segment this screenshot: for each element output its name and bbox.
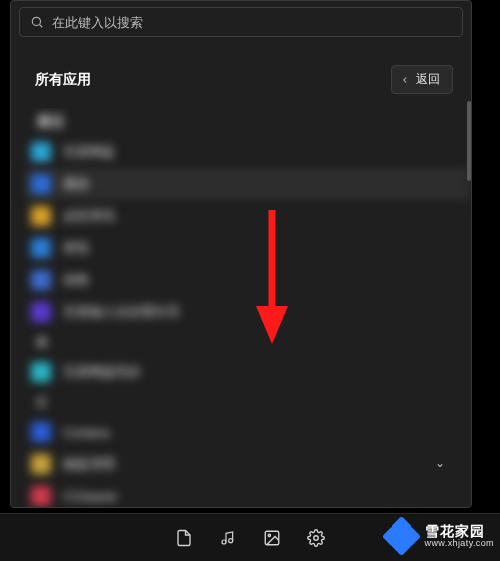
list-item[interactable]: 百度网盘同步 <box>25 356 457 388</box>
app-label: 播放 <box>63 175 89 193</box>
app-label: 百度网盘 <box>63 143 115 161</box>
app-icon <box>31 486 51 506</box>
svg-point-2 <box>222 540 226 544</box>
group-letter: C <box>29 394 47 410</box>
app-icon <box>31 302 51 322</box>
svg-point-6 <box>314 535 319 540</box>
scrollbar-thumb[interactable] <box>467 101 471 181</box>
app-icon <box>31 454 51 474</box>
back-button[interactable]: 返回 <box>391 65 453 94</box>
app-list[interactable]: 最近 百度网盘 播放 必应资讯 便笺 表格 百度输入法设置向导 B <box>11 108 471 508</box>
svg-point-3 <box>229 538 233 542</box>
svg-line-1 <box>40 25 43 28</box>
list-item[interactable]: 便笺 <box>25 232 457 264</box>
list-item[interactable]: Cortana <box>25 416 457 448</box>
search-box[interactable] <box>19 7 463 37</box>
app-icon <box>31 142 51 162</box>
group-header[interactable]: 最近 <box>25 108 457 136</box>
back-button-label: 返回 <box>416 71 440 88</box>
app-icon <box>31 206 51 226</box>
search-icon <box>30 15 44 29</box>
picture-icon[interactable] <box>262 528 282 548</box>
app-label: CCleaner <box>63 489 118 504</box>
app-label: 磁盘清理 <box>63 455 115 473</box>
app-icon <box>31 270 51 290</box>
list-item[interactable]: 播放 <box>25 168 471 200</box>
app-icon <box>31 238 51 258</box>
app-label: 便笺 <box>63 239 89 257</box>
app-icon <box>31 422 51 442</box>
svg-point-5 <box>268 534 270 536</box>
app-label: 百度输入法设置向导 <box>63 303 180 321</box>
document-icon[interactable] <box>174 528 194 548</box>
start-menu-panel: 所有应用 返回 最近 百度网盘 播放 必应资讯 便笺 表格 <box>10 0 472 508</box>
group-header[interactable]: B <box>25 328 457 356</box>
svg-point-0 <box>32 17 40 25</box>
group-header[interactable]: C <box>25 388 457 416</box>
group-letter: B <box>29 334 47 350</box>
settings-icon[interactable] <box>306 528 326 548</box>
chevron-left-icon <box>400 75 410 85</box>
app-label: 百度网盘同步 <box>63 363 141 381</box>
music-icon[interactable] <box>218 528 238 548</box>
list-item[interactable]: 必应资讯 <box>25 200 457 232</box>
chevron-down-icon[interactable]: ⌄ <box>435 456 445 470</box>
app-icon <box>31 174 51 194</box>
list-item[interactable]: 百度输入法设置向导 <box>25 296 457 328</box>
list-item[interactable]: 表格 <box>25 264 457 296</box>
app-label: 必应资讯 <box>63 207 115 225</box>
app-label: Cortana <box>63 425 109 440</box>
taskbar <box>0 513 500 561</box>
list-item[interactable]: 百度网盘 <box>25 136 457 168</box>
search-input[interactable] <box>52 15 452 30</box>
list-item[interactable]: 磁盘清理 <box>25 448 457 480</box>
all-apps-title: 所有应用 <box>35 71 91 89</box>
app-label: 表格 <box>63 271 89 289</box>
group-letter: 最近 <box>29 113 65 131</box>
app-icon <box>31 362 51 382</box>
list-item[interactable]: CCleaner <box>25 480 457 508</box>
